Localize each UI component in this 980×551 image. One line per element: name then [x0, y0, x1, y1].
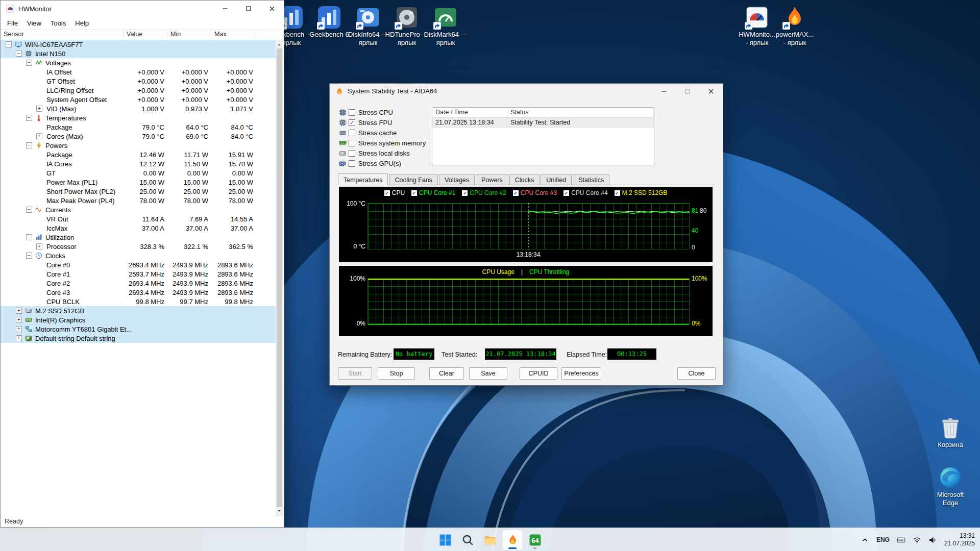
sensor-row[interactable]: −Currents [1, 205, 276, 214]
tree-expander-plus-icon[interactable]: + [16, 317, 22, 323]
tree-expander-minus-icon[interactable]: − [26, 60, 32, 66]
clear-button[interactable]: Clear [429, 367, 464, 380]
sensor-row[interactable]: LLC/Ring Offset+0.000 V+0.000 V+0.000 V [1, 86, 276, 95]
tree-expander-minus-icon[interactable]: − [26, 115, 32, 121]
sensor-row[interactable]: −Temperatures [1, 113, 276, 122]
scrollbar-thumb[interactable] [277, 48, 282, 507]
sensor-row[interactable]: −WIN-IC67EAA5F7T [1, 40, 276, 49]
scroll-down-arrow-icon[interactable] [276, 508, 283, 516]
network-icon[interactable] [913, 536, 921, 544]
scroll-up-arrow-icon[interactable] [276, 40, 283, 48]
menu-item-tools[interactable]: Tools [46, 19, 70, 27]
checkbox[interactable] [349, 160, 355, 167]
close-button[interactable] [699, 84, 723, 98]
tree-expander-minus-icon[interactable]: − [26, 142, 32, 148]
sensor-row[interactable]: Package12.46 W11.71 W15.91 W [1, 150, 276, 159]
search-button[interactable] [457, 530, 478, 550]
sensor-row[interactable]: −Powers [1, 141, 276, 150]
column-header-min[interactable]: Min [167, 30, 211, 39]
stress-option[interactable]: Stress CPU [339, 107, 428, 117]
sensor-row[interactable]: Core #22693.4 MHz2493.9 MHz2893.6 MHz [1, 279, 276, 288]
sensor-row[interactable]: +Processor328.3 %322.1 %362.5 % [1, 242, 276, 251]
stress-option[interactable]: Stress GPU(s) [339, 158, 428, 168]
tab-temperatures[interactable]: Temperatures [338, 173, 388, 185]
tree-expander-plus-icon[interactable]: + [16, 326, 22, 332]
tree-expander-minus-icon[interactable]: − [6, 41, 12, 47]
sensor-row[interactable]: IccMax37.00 A37.00 A37.00 A [1, 223, 276, 233]
tree-expander-minus-icon[interactable]: − [26, 234, 32, 240]
tab-powers[interactable]: Powers [476, 174, 508, 185]
sensor-row[interactable]: +M.2 SSD 512GB [1, 306, 276, 315]
tree-expander-plus-icon[interactable]: + [16, 308, 22, 314]
stop-button[interactable]: Stop [378, 367, 415, 380]
preferences-button[interactable]: Preferences [561, 367, 601, 380]
sensor-row[interactable]: System Agent Offset+0.000 V+0.000 V+0.00… [1, 95, 276, 104]
language-indicator[interactable]: ENG [876, 536, 890, 543]
desktop-icon-diskmark64-shortcut[interactable]: DiskMark64 —ярлык [422, 5, 469, 47]
sensor-row[interactable]: −Utilization [1, 233, 276, 242]
sensor-row[interactable]: +Cores (Max)79.0 °C69.0 °C84.0 °C [1, 132, 276, 141]
sensor-row[interactable]: +Default string Default string [1, 334, 276, 343]
volume-icon[interactable] [928, 536, 937, 544]
sensor-row[interactable]: −Voltages [1, 58, 276, 67]
tab-voltages[interactable]: Voltages [439, 174, 475, 185]
sensor-row[interactable]: +Intel(R) Graphics [1, 315, 276, 324]
menu-item-help[interactable]: Help [70, 19, 93, 27]
tree-expander-minus-icon[interactable]: − [26, 207, 32, 213]
sensor-row[interactable]: Core #12593.7 MHz2493.9 MHz2893.6 MHz [1, 269, 276, 279]
stress-option[interactable]: Stress local disks [339, 148, 428, 158]
stress-option[interactable]: Stress system memory [339, 138, 428, 148]
sensor-row[interactable]: +Motorcomm YT6801 Gigabit Et... [1, 324, 276, 334]
sensor-row[interactable]: CPU BCLK99.8 MHz99.7 MHz99.8 MHz [1, 297, 276, 306]
save-button[interactable]: Save [469, 367, 507, 380]
sensor-row[interactable]: GT0.00 W0.00 W0.00 W [1, 168, 276, 178]
hwmonitor-titlebar[interactable]: HWMonitor [1, 1, 284, 17]
log-row[interactable]: 21.07.2025 13:18:34Stability Test: Start… [432, 118, 654, 128]
minimize-button[interactable] [213, 1, 237, 17]
tree-expander-minus-icon[interactable]: − [16, 51, 22, 57]
desktop-icon-powermax-shortcut[interactable]: powerMAX...- ярлык [771, 5, 818, 47]
sensor-row[interactable]: IA Cores12.12 W11.50 W15.70 W [1, 159, 276, 168]
desktop-icon-microsoft-edge[interactable]: MicrosoftEdge [927, 465, 974, 507]
sensor-row[interactable]: GT Offset+0.000 V+0.000 V+0.000 V [1, 77, 276, 86]
checkbox-checked[interactable]: ✓ [349, 119, 355, 126]
sensor-row[interactable]: −Intel N150 [1, 49, 276, 58]
menu-item-view[interactable]: View [22, 19, 46, 27]
sensor-row[interactable]: IA Offset+0.000 V+0.000 V+0.000 V [1, 67, 276, 77]
sensor-row[interactable]: Max Peak Power (PL4)78.00 W78.00 W78.00 … [1, 196, 276, 205]
aida64-taskbar-button[interactable] [502, 530, 523, 550]
sensor-row[interactable]: Core #32693.4 MHz2493.9 MHz2893.6 MHz [1, 288, 276, 297]
sensor-row[interactable]: Power Max (PL1)15.00 W15.00 W15.00 W [1, 178, 276, 187]
desktop-icon-recycle-bin[interactable]: Корзина [927, 415, 974, 449]
sensor-row[interactable]: −Clocks [1, 251, 276, 260]
close-button[interactable] [260, 1, 284, 17]
touch-keyboard-icon[interactable] [897, 536, 905, 544]
close-button[interactable]: Close [677, 367, 716, 380]
stress-option[interactable]: ✓Stress FPU [339, 117, 428, 128]
checkbox[interactable] [349, 109, 355, 116]
checkbox[interactable] [349, 150, 355, 157]
tree-expander-plus-icon[interactable]: + [36, 243, 42, 249]
tab-clocks[interactable]: Clocks [509, 174, 540, 185]
clock[interactable]: 13:31 21.07.2025 [944, 532, 975, 547]
maximize-button[interactable] [237, 1, 260, 17]
vertical-scrollbar[interactable] [276, 40, 283, 516]
sensor-row[interactable]: +VID (Max)1.000 V0.973 V1.071 V [1, 104, 276, 113]
tab-statistics[interactable]: Statistics [573, 174, 609, 185]
tab-cooling-fans[interactable]: Cooling Fans [389, 174, 438, 185]
tree-expander-plus-icon[interactable]: + [16, 335, 22, 341]
minimize-button[interactable] [652, 84, 676, 98]
file-explorer-button[interactable] [480, 530, 500, 550]
sensor-row[interactable]: Short Power Max (PL2)25.00 W25.00 W25.00… [1, 187, 276, 196]
sensor-row[interactable]: VR Out11.64 A7.69 A14.55 A [1, 214, 276, 223]
menu-item-file[interactable]: File [3, 19, 22, 27]
tree-expander-minus-icon[interactable]: − [26, 253, 32, 259]
checkbox[interactable] [349, 130, 355, 136]
aida64-titlebar[interactable]: System Stability Test - AIDA64 [330, 84, 723, 98]
column-header-max[interactable]: Max [211, 30, 256, 39]
aida64-window-taskbar-button[interactable]: 64 [525, 530, 545, 550]
stress-option[interactable]: Stress cache [339, 128, 428, 138]
column-header-value[interactable]: Value [124, 30, 167, 39]
checkbox[interactable] [349, 140, 355, 146]
start-button[interactable] [435, 530, 455, 550]
